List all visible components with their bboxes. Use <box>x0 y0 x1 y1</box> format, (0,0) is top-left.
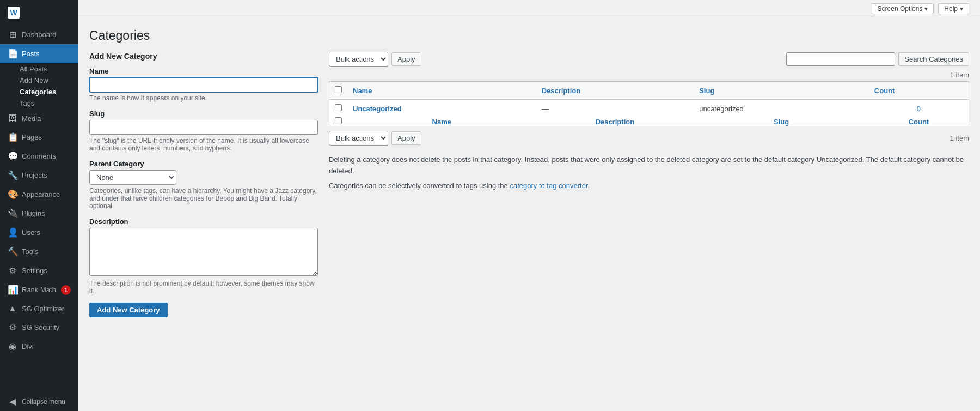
description-label: Description <box>89 217 318 226</box>
footer-col-checkbox <box>329 117 348 126</box>
page-title: Categories <box>89 28 969 43</box>
sidebar-item-label: Users <box>22 228 40 237</box>
help-button[interactable]: Help ▾ <box>938 3 969 14</box>
sidebar-item-settings[interactable]: ⚙ Settings <box>0 261 78 280</box>
add-category-button[interactable]: Add New Category <box>89 303 168 317</box>
rank-math-badge: 1 <box>61 285 71 295</box>
row-name-link[interactable]: Uncategorized <box>353 105 402 113</box>
parent-group: Parent Category None Categories, unlike … <box>89 160 318 210</box>
sidebar-item-users[interactable]: 👤 Users <box>0 223 78 242</box>
dashboard-icon: ⊞ <box>8 29 17 40</box>
description-group: Description The description is not promi… <box>89 217 318 295</box>
rank-math-icon: 📊 <box>8 285 17 295</box>
sidebar-logo: W <box>0 0 78 25</box>
sidebar-item-label: Plugins <box>22 209 45 217</box>
tools-icon: 🔨 <box>8 246 17 257</box>
users-icon: 👤 <box>8 227 17 238</box>
search-categories-button[interactable]: Search Categories <box>898 52 969 66</box>
sidebar-item-label: Dashboard <box>22 31 57 39</box>
screen-options-chevron-icon: ▾ <box>924 5 928 13</box>
sidebar-collapse-menu[interactable]: ◀ Collapse menu <box>0 392 78 411</box>
select-all-checkbox[interactable] <box>335 86 342 93</box>
sidebar-item-label: Tools <box>22 247 38 256</box>
slug-group: Slug The "slug" is the URL-friendly vers… <box>89 110 318 152</box>
bulk-actions-bottom-select[interactable]: Bulk actions <box>329 131 388 146</box>
plugins-icon: 🔌 <box>8 208 17 219</box>
comments-icon: 💬 <box>8 151 17 161</box>
sidebar-sub-tags[interactable]: Tags <box>0 98 78 109</box>
sidebar-item-appearance[interactable]: 🎨 Appearance <box>0 185 78 204</box>
sidebar-sub-categories[interactable]: Categories <box>0 86 78 98</box>
sidebar-sub-all-posts[interactable]: All Posts <box>0 63 78 75</box>
sidebar-item-label: SG Optimizer <box>22 305 64 313</box>
info-line2-prefix: Categories can be selectively converted … <box>329 182 510 190</box>
screen-options-button[interactable]: Screen Options ▾ <box>872 3 934 14</box>
description-textarea[interactable] <box>89 228 318 276</box>
table-top-toolbar: Bulk actions Apply Search Categories <box>329 52 969 67</box>
sidebar-item-dashboard[interactable]: ⊞ Dashboard <box>0 25 78 44</box>
sidebar-item-sg-optimizer[interactable]: ▲ SG Optimizer <box>0 299 78 318</box>
sidebar-item-label: SG Security <box>22 323 59 331</box>
table-bottom-toolbar: Bulk actions Apply 1 item <box>329 131 969 146</box>
category-to-tag-converter-link[interactable]: category to tag converter <box>510 182 587 190</box>
sidebar-item-posts[interactable]: 📄 Posts <box>0 44 78 63</box>
sidebar-item-comments[interactable]: 💬 Comments <box>0 147 78 166</box>
col-name-header[interactable]: Name <box>347 82 536 100</box>
form-section-title: Add New Category <box>89 52 318 61</box>
sidebar-item-label: Pages <box>22 133 42 141</box>
footer-col-slug[interactable]: Slug <box>694 117 869 126</box>
sidebar-item-label: Appearance <box>22 190 60 198</box>
slug-label: Slug <box>89 110 318 118</box>
col-description-header[interactable]: Description <box>536 82 694 100</box>
item-count-top: 1 item <box>329 71 969 79</box>
footer-col-name[interactable]: Name <box>347 117 536 126</box>
bulk-actions-top-select[interactable]: Bulk actions <box>329 52 388 67</box>
row-count-link[interactable]: 0 <box>917 105 921 113</box>
sidebar-item-sg-security[interactable]: ⚙ SG Security <box>0 318 78 337</box>
sidebar-item-pages[interactable]: 📋 Pages <box>0 128 78 147</box>
divi-icon: ◉ <box>8 341 17 352</box>
item-count-bottom: 1 item <box>950 134 969 142</box>
col-count-header[interactable]: Count <box>869 82 969 100</box>
categories-table: Name Description Slug Count Unca <box>329 81 969 126</box>
appearance-icon: 🎨 <box>8 189 17 200</box>
info-line1: Deleting a category does not delete the … <box>329 154 969 177</box>
sidebar: W ⊞ Dashboard 📄 Posts All Posts Add New … <box>0 0 78 411</box>
slug-hint: The "slug" is the URL-friendly version o… <box>89 137 318 152</box>
sidebar-item-rank-math[interactable]: 📊 Rank Math 1 <box>0 280 78 299</box>
sg-optimizer-icon: ▲ <box>8 304 17 313</box>
screen-options-label: Screen Options <box>878 5 923 13</box>
search-categories-input[interactable] <box>786 52 895 66</box>
footer-col-count[interactable]: Count <box>869 117 969 126</box>
row-name-cell: Uncategorized <box>347 100 536 118</box>
sidebar-sub-add-new[interactable]: Add New <box>0 75 78 86</box>
media-icon: 🖼 <box>8 113 17 123</box>
sidebar-item-projects[interactable]: 🔧 Projects <box>0 166 78 185</box>
slug-input[interactable] <box>89 120 318 135</box>
sidebar-item-label: Comments <box>22 152 56 160</box>
sidebar-item-label: Projects <box>22 171 47 179</box>
name-input[interactable] <box>89 77 318 92</box>
collapse-label: Collapse menu <box>22 398 65 406</box>
sidebar-item-media[interactable]: 🖼 Media <box>0 109 78 128</box>
wp-logo-icon: W <box>8 7 20 19</box>
sidebar-item-plugins[interactable]: 🔌 Plugins <box>0 204 78 223</box>
apply-top-button[interactable]: Apply <box>391 52 421 66</box>
sidebar-item-tools[interactable]: 🔨 Tools <box>0 242 78 261</box>
posts-icon: 📄 <box>8 49 17 59</box>
col-slug-header[interactable]: Slug <box>694 82 869 100</box>
parent-select[interactable]: None <box>89 170 176 185</box>
sidebar-item-divi[interactable]: ◉ Divi <box>0 337 78 356</box>
row-checkbox[interactable] <box>335 104 342 111</box>
collapse-icon: ◀ <box>8 396 17 407</box>
footer-col-description[interactable]: Description <box>536 117 694 126</box>
sidebar-item-label: Posts <box>22 50 40 58</box>
footer-select-all-checkbox[interactable] <box>335 117 342 124</box>
topbar: Screen Options ▾ Help ▾ <box>78 0 980 17</box>
toolbar-left: Bulk actions Apply <box>329 52 421 67</box>
content-layout: Add New Category Name The name is how it… <box>89 52 969 317</box>
name-hint: The name is how it appears on your site. <box>89 94 318 102</box>
apply-bottom-button[interactable]: Apply <box>391 131 421 145</box>
add-category-form: Add New Category Name The name is how it… <box>89 52 318 317</box>
row-description-cell: — <box>536 100 694 118</box>
